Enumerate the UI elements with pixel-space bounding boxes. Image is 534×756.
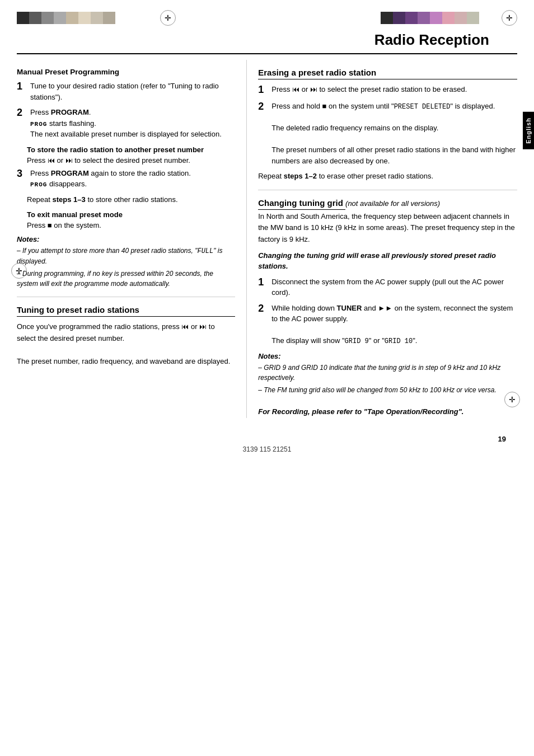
- erase-repeat: Repeat steps 1–2 to erase other preset r…: [258, 171, 517, 182]
- notes-right-title: Notes:: [258, 352, 517, 360]
- page-title-area: Radio Reception: [17, 26, 517, 54]
- color-block: [455, 12, 467, 24]
- compass-icon-right: ✛: [502, 10, 517, 26]
- erase-step-2: 2 Press and hold ■ on the system until "…: [258, 101, 517, 167]
- page-number: 19: [17, 435, 517, 443]
- color-block: [430, 12, 442, 24]
- page-title: Radio Reception: [374, 31, 489, 48]
- top-bar: ✛ ✛: [0, 0, 534, 26]
- repeat-steps-left: Repeat steps 1–3 to store other radio st…: [27, 194, 235, 205]
- step-2: 2 Press PROGRAM. PROG starts flashing. T…: [17, 107, 235, 140]
- grid-step-1-content: Disconnect the system from the AC power …: [271, 276, 517, 298]
- color-block: [54, 12, 66, 24]
- compass-icon-left: ✛: [160, 10, 176, 26]
- erase-step-1: 1 Press ⏮ or ⏭ to select the preset radi…: [258, 84, 517, 96]
- note-right-2: – The FM tuning grid also will be change…: [258, 385, 517, 395]
- erase-step-2-num: 2: [258, 101, 268, 167]
- left-column: Manual Preset Programming 1 Tune to your…: [17, 60, 247, 418]
- exit-subsection: To exit manual preset mode Press ■ on th…: [27, 210, 235, 229]
- store-subsection-text: Press ⏮ or ⏭ to select the desired prese…: [27, 156, 235, 165]
- right-column: Erasing a preset radio station 1 Press ⏮…: [247, 60, 517, 418]
- color-blocks-left: [17, 12, 115, 24]
- color-block: [381, 12, 393, 24]
- color-blocks-right: [381, 12, 479, 24]
- notes-left-title: Notes:: [17, 235, 235, 243]
- notes-right: Notes: – GRID 9 and GRID 10 indicate tha…: [258, 352, 517, 395]
- step-3: 3 Press PROGRAM again to store the radio…: [17, 168, 235, 190]
- step-2-num: 2: [17, 107, 27, 140]
- manual-preset-title: Manual Preset Programming: [17, 68, 235, 76]
- step-3-content: Press PROGRAM again to store the radio s…: [30, 168, 235, 190]
- step-1: 1 Tune to your desired radio station (re…: [17, 81, 235, 102]
- bottom-area: 19 3139 115 21251: [17, 418, 517, 453]
- step-3-num: 3: [17, 168, 27, 190]
- exit-subsection-title: To exit manual preset mode: [27, 210, 235, 219]
- color-block: [393, 12, 405, 24]
- erasing-title: Erasing a preset radio station: [258, 68, 517, 79]
- color-block: [442, 12, 455, 24]
- changing-grid-title-area: Changing tuning grid (not available for …: [258, 198, 517, 208]
- divider-right: [258, 190, 517, 190]
- changing-grid-title: Changing tuning grid: [258, 198, 345, 210]
- step-1-content: Tune to your desired radio station (refe…: [30, 81, 235, 102]
- color-block: [103, 12, 115, 24]
- color-block: [78, 12, 91, 24]
- left-compass-decoration: ✛: [11, 263, 27, 279]
- note-left-1: – If you attempt to store more than 40 p…: [17, 246, 235, 266]
- changing-grid-intro: In North and South America, the frequenc…: [258, 211, 517, 246]
- changing-grid-warning: Changing the tuning grid will erase all …: [258, 250, 517, 272]
- grid-step-2-num: 2: [258, 303, 268, 347]
- color-block: [41, 12, 54, 24]
- grid-step-2: 2 While holding down TUNER and ►► on the…: [258, 303, 517, 347]
- grid-step-1-num: 1: [258, 276, 268, 298]
- color-block: [467, 12, 479, 24]
- grid-step-2-content: While holding down TUNER and ►► on the s…: [271, 303, 517, 347]
- changing-grid-subtitle: (not available for all versions): [345, 199, 440, 208]
- erase-step-1-num: 1: [258, 84, 268, 96]
- exit-subsection-text: Press ■ on the system.: [27, 221, 235, 229]
- note-right-1: – GRID 9 and GRID 10 indicate that the t…: [258, 363, 517, 383]
- color-block: [29, 12, 41, 24]
- english-tab: English: [523, 112, 534, 149]
- color-block: [66, 12, 78, 24]
- doc-number: 3139 115 21251: [17, 445, 517, 453]
- erase-step-1-content: Press ⏮ or ⏭ to select the preset radio …: [271, 84, 517, 96]
- right-compass-decoration: ✛: [504, 392, 520, 407]
- note-left-2: – During programming, if no key is press…: [17, 269, 235, 289]
- color-block: [17, 12, 29, 24]
- tuning-preset-text: Once you've programmed the radio station…: [17, 321, 235, 368]
- color-block: [405, 12, 418, 24]
- final-note: For Recording, please refer to "Tape Ope…: [258, 406, 517, 418]
- step-2-content: Press PROGRAM. PROG starts flashing. The…: [30, 107, 235, 140]
- color-block: [418, 12, 430, 24]
- store-subsection: To store the radio station to another pr…: [27, 145, 235, 165]
- grid-step-1: 1 Disconnect the system from the AC powe…: [258, 276, 517, 298]
- step-1-num: 1: [17, 81, 27, 102]
- main-content: Manual Preset Programming 1 Tune to your…: [0, 60, 534, 418]
- color-block: [91, 12, 103, 24]
- notes-left: Notes: – If you attempt to store more th…: [17, 235, 235, 289]
- divider-left: [17, 297, 235, 297]
- erase-step-2-content: Press and hold ■ on the system until "PR…: [271, 101, 517, 167]
- tuning-preset-title: Tuning to preset radio stations: [17, 305, 235, 317]
- store-subsection-title: To store the radio station to another pr…: [27, 145, 235, 154]
